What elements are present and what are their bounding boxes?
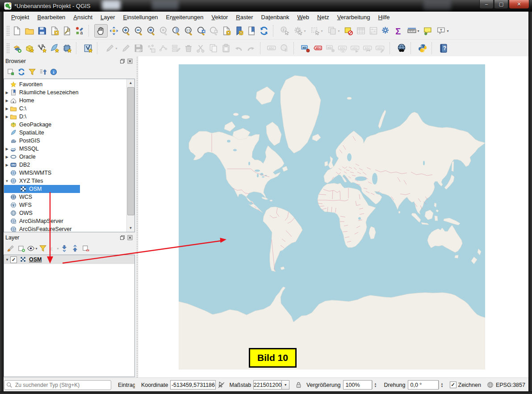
scrollbar-thumb[interactable] — [127, 87, 134, 215]
menu-netz[interactable]: Netz — [313, 13, 333, 22]
chevron-down-icon[interactable]: ▼ — [4, 179, 10, 183]
chevron-down-icon[interactable]: ▼ — [4, 258, 10, 262]
show-hidden-labels-button[interactable]: abc — [337, 42, 349, 54]
magnifier-spinner[interactable]: ▲▼ — [372, 381, 379, 389]
browser-item-xyz-tiles[interactable]: ▼XYZ Tiles — [4, 177, 134, 185]
new-shapefile-layer-button[interactable] — [36, 42, 48, 54]
undo-button[interactable] — [232, 42, 245, 54]
zoom-full-button[interactable] — [145, 25, 158, 37]
toggle-editing-button[interactable] — [120, 42, 132, 54]
browser-item-r-umliche-lesezeichen[interactable]: ▶Räumliche Lesezeichen — [4, 88, 134, 96]
browser-item-favoriten[interactable]: Favoriten — [4, 80, 134, 88]
menu-layer[interactable]: Layer — [96, 13, 119, 22]
dropdown-arrow-icon[interactable]: ▾ — [115, 46, 117, 50]
measure-line-button[interactable]: ▾ — [405, 25, 422, 37]
browser-item-arcgisfeatureserver[interactable]: ArcGisFeatureServer — [4, 225, 134, 232]
dropdown-arrow-icon[interactable]: ▾ — [304, 29, 306, 33]
chevron-right-icon[interactable]: ▶ — [4, 91, 10, 95]
render-checkbox[interactable]: ✓ — [450, 381, 457, 388]
menu-datenbank[interactable]: Datenbank — [257, 13, 293, 22]
show-layout-manager-button[interactable] — [61, 25, 73, 37]
scroll-down-icon[interactable]: ▼ — [127, 224, 134, 232]
filter-browser-button[interactable] — [27, 67, 38, 77]
browser-item-ows[interactable]: OWS — [4, 209, 134, 217]
zoom-in-button[interactable] — [120, 25, 133, 37]
layer-diagram-options-button[interactable] — [278, 42, 291, 54]
browser-item-postgis[interactable]: PostGIS — [4, 137, 134, 145]
map-canvas[interactable]: Bild 10 — [138, 56, 528, 377]
magnifier-field[interactable]: 100% — [343, 380, 372, 390]
browser-item-wcs[interactable]: WCS — [4, 193, 134, 201]
menu-bearbeiten[interactable]: Bearbeiten — [33, 13, 69, 22]
rotation-spinner[interactable]: ▲▼ — [439, 381, 445, 389]
filter-by-expression-button[interactable]: ε▾ — [48, 243, 59, 254]
map-tips-button[interactable] — [422, 25, 434, 37]
processing-toolbox-button[interactable] — [380, 25, 392, 37]
browser-item-c-[interactable]: ▶C:\ — [4, 105, 134, 113]
layer-float-button[interactable] — [119, 235, 126, 241]
new-geopackage-layer-button[interactable] — [23, 42, 36, 54]
redo-button[interactable] — [245, 42, 257, 54]
expand-all-button[interactable] — [59, 243, 70, 254]
browser-item-db2[interactable]: ▶DB2DB2 — [4, 161, 134, 169]
add-selected-layers-button[interactable] — [5, 67, 16, 77]
filter-legend-button[interactable] — [38, 243, 48, 254]
pin-unpin-labels-button[interactable]: ab — [324, 42, 337, 54]
new-print-layout-button[interactable] — [48, 25, 61, 37]
new-project-button[interactable] — [11, 25, 23, 37]
toolbar-handle[interactable] — [6, 25, 10, 36]
pan-to-selection-button[interactable] — [108, 25, 120, 37]
rotate-label-button[interactable]: abc — [362, 42, 374, 54]
refresh-browser-button[interactable] — [16, 67, 27, 77]
python-console-button[interactable] — [416, 42, 429, 54]
new-spatial-bookmark-button[interactable] — [220, 25, 233, 37]
copy-features-button[interactable] — [207, 42, 220, 54]
menu-projekt[interactable]: Projekt — [7, 13, 33, 22]
field-calculator-button[interactable] — [367, 25, 380, 37]
scroll-up-icon[interactable]: ▲ — [127, 79, 134, 87]
open-attribute-table-button[interactable] — [355, 25, 367, 37]
modify-attributes-button[interactable] — [170, 42, 182, 54]
new-temporary-scratch-layer-button[interactable] — [61, 42, 73, 54]
layer-labeling-single-button[interactable]: abc — [312, 42, 324, 54]
collapse-all-layers-button[interactable] — [70, 243, 80, 254]
metasearch-button[interactable] — [395, 42, 408, 54]
save-project-button[interactable] — [36, 25, 48, 37]
locator-search[interactable] — [4, 380, 111, 390]
browser-item-arcgismapserver[interactable]: ArcGisMapServer — [4, 217, 134, 225]
layer-item-osm[interactable]: ▼✓OSM — [4, 255, 134, 264]
dropdown-arrow-icon[interactable]: ▾ — [447, 29, 448, 33]
zoom-next-button[interactable] — [208, 25, 220, 37]
current-edits-button[interactable]: ▾ — [103, 42, 120, 54]
zoom-native-button[interactable]: 1:1 — [183, 25, 195, 37]
crs-globe-icon[interactable] — [486, 381, 494, 389]
manage-map-themes-button[interactable]: ▾ — [27, 243, 38, 254]
save-layer-edits-button[interactable] — [132, 42, 145, 54]
dropdown-arrow-icon[interactable]: ▾ — [321, 29, 323, 33]
layer-labeling-options-button[interactable]: ab — [299, 42, 312, 54]
layer-close-button[interactable] — [127, 235, 133, 241]
title-bar[interactable]: *Unbenanntes Projekt - QGIS – ▢ ✕ — [0, 0, 532, 12]
zoom-to-layer-button[interactable] — [170, 25, 183, 37]
zoom-to-selection-button[interactable] — [158, 25, 170, 37]
dropdown-arrow-icon[interactable]: ▾ — [338, 29, 339, 33]
menu-web[interactable]: Web — [293, 13, 314, 22]
bookmark-manager-button[interactable] — [245, 25, 258, 37]
browser-item-d-[interactable]: ▶D:\ — [4, 113, 134, 121]
browser-scrollbar[interactable]: ▲ ▼ — [126, 79, 134, 232]
menu-vektor[interactable]: Vektor — [207, 13, 232, 22]
chevron-right-icon[interactable]: ▶ — [4, 147, 10, 151]
toolbar-handle[interactable] — [6, 43, 10, 54]
minimize-button[interactable]: – — [479, 0, 494, 9]
browser-item-spatialite[interactable]: SpatiaLite — [4, 129, 134, 137]
open-project-button[interactable] — [23, 25, 36, 37]
layer-visibility-checkbox[interactable]: ✓ — [10, 256, 17, 263]
identify-features-button[interactable]: i — [279, 25, 291, 37]
lock-icon[interactable] — [295, 381, 302, 389]
zoom-out-button[interactable] — [133, 25, 145, 37]
close-button[interactable]: ✕ — [509, 0, 529, 9]
scale-combo[interactable]: 221501200 — [253, 380, 282, 390]
world-map[interactable] — [179, 64, 485, 369]
browser-item-wfs[interactable]: VWFS — [4, 201, 134, 209]
cut-features-button[interactable] — [195, 42, 207, 54]
